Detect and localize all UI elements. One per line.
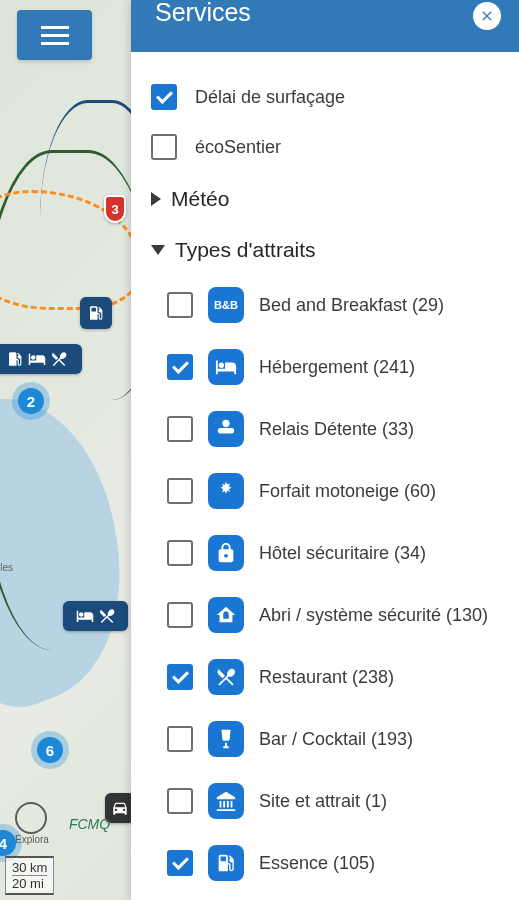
checkbox[interactable] — [167, 664, 193, 690]
close-button[interactable] — [473, 2, 501, 30]
gas-icon — [215, 852, 237, 874]
bed-icon — [76, 607, 94, 625]
snow-icon — [215, 480, 237, 502]
menu-button[interactable] — [17, 10, 92, 60]
drink-icon — [215, 728, 237, 750]
type-filter-row[interactable]: Hôtel sécuritaire (34) — [151, 522, 519, 584]
scale-mi: 20 mi — [12, 875, 47, 891]
panel-body[interactable]: Délai de surfaçage écoSentier Météo Type… — [131, 52, 519, 900]
food-icon — [98, 607, 116, 625]
services-panel: Services Délai de surfaçage écoSentier M… — [131, 0, 519, 900]
checkbox[interactable] — [167, 726, 193, 752]
lock-icon — [215, 542, 237, 564]
type-label: Bed and Breakfast (29) — [259, 295, 444, 316]
type-filter-row[interactable]: Abri / système sécurité (130) — [151, 584, 519, 646]
explora-logo-icon — [15, 802, 47, 834]
type-filter-row[interactable]: B&B Bed and Breakfast (29) — [151, 274, 519, 336]
panel-header: Services — [131, 0, 519, 52]
type-icon-badge — [208, 721, 244, 757]
services-marker[interactable] — [63, 601, 128, 631]
type-icon-badge — [208, 845, 244, 881]
bed-icon — [28, 350, 46, 368]
checkbox[interactable] — [167, 788, 193, 814]
gas-icon — [87, 304, 105, 322]
route-marker[interactable]: 3 — [104, 195, 126, 223]
gas-icon — [6, 350, 24, 368]
shelter-icon — [215, 604, 237, 626]
food-icon — [215, 666, 237, 688]
map-place-label: Pistoles — [0, 562, 13, 573]
checkbox[interactable] — [151, 134, 177, 160]
type-filter-row[interactable]: Essence (105) — [151, 832, 519, 894]
type-label: Forfait motoneige (60) — [259, 481, 436, 502]
section-weather[interactable]: Météo — [151, 172, 519, 223]
type-filter-row[interactable]: Forfait motoneige (60) — [151, 460, 519, 522]
type-filter-row[interactable]: Relais Détente (33) — [151, 398, 519, 460]
checkbox[interactable] — [167, 478, 193, 504]
car-icon — [111, 799, 129, 817]
type-filter-row[interactable]: Hébergement (241) — [151, 336, 519, 398]
checkbox[interactable] — [167, 354, 193, 380]
type-icon-badge — [208, 783, 244, 819]
explora-logo-text: Explora — [15, 834, 49, 845]
attribution-logos: Explora FCMQ — [15, 802, 110, 845]
type-icon-badge — [208, 411, 244, 447]
checkbox[interactable] — [167, 602, 193, 628]
cluster-marker[interactable]: 6 — [37, 737, 63, 763]
fcmq-logo-text: FCMQ — [69, 816, 110, 832]
type-label: Hébergement (241) — [259, 357, 415, 378]
type-filter-row[interactable]: Stationnement (313) — [151, 894, 519, 900]
checkbox[interactable] — [167, 540, 193, 566]
museum-icon — [215, 790, 237, 812]
section-types[interactable]: Types d'attraits — [151, 223, 519, 274]
type-icon-badge — [208, 535, 244, 571]
gas-marker[interactable] — [80, 297, 112, 329]
type-filter-row[interactable]: Restaurant (238) — [151, 646, 519, 708]
type-icon-badge: B&B — [208, 287, 244, 323]
type-label: Restaurant (238) — [259, 667, 394, 688]
type-icon-badge — [208, 597, 244, 633]
route-number: 3 — [111, 202, 118, 217]
checkbox[interactable] — [167, 850, 193, 876]
checkbox[interactable] — [167, 292, 193, 318]
type-icon-badge — [208, 659, 244, 695]
bnb-icon: B&B — [214, 299, 238, 311]
checkbox-label: Délai de surfaçage — [195, 87, 345, 108]
filter-checkbox-row[interactable]: Délai de surfaçage — [151, 72, 519, 122]
section-title: Types d'attraits — [175, 238, 316, 262]
checkbox[interactable] — [151, 84, 177, 110]
type-icon-badge — [208, 349, 244, 385]
filter-checkbox-row[interactable]: écoSentier — [151, 122, 519, 172]
spa-icon — [215, 418, 237, 440]
section-title: Météo — [171, 187, 229, 211]
bed-icon — [215, 356, 237, 378]
type-label: Abri / système sécurité (130) — [259, 605, 488, 626]
type-label: Site et attrait (1) — [259, 791, 387, 812]
chevron-right-icon — [151, 192, 161, 206]
map-scale: 30 km 20 mi — [5, 856, 54, 895]
type-label: Relais Détente (33) — [259, 419, 414, 440]
scale-km: 30 km — [12, 860, 47, 875]
services-marker[interactable] — [0, 344, 82, 374]
panel-title: Services — [155, 0, 251, 27]
type-label: Essence (105) — [259, 853, 375, 874]
food-icon — [50, 350, 68, 368]
type-filter-row[interactable]: Site et attrait (1) — [151, 770, 519, 832]
type-label: Bar / Cocktail (193) — [259, 729, 413, 750]
chevron-down-icon — [151, 245, 165, 255]
type-filter-row[interactable]: Bar / Cocktail (193) — [151, 708, 519, 770]
checkbox-label: écoSentier — [195, 137, 281, 158]
type-label: Hôtel sécuritaire (34) — [259, 543, 426, 564]
cluster-marker[interactable]: 2 — [18, 388, 44, 414]
close-icon — [479, 8, 495, 24]
type-icon-badge — [208, 473, 244, 509]
checkbox[interactable] — [167, 416, 193, 442]
